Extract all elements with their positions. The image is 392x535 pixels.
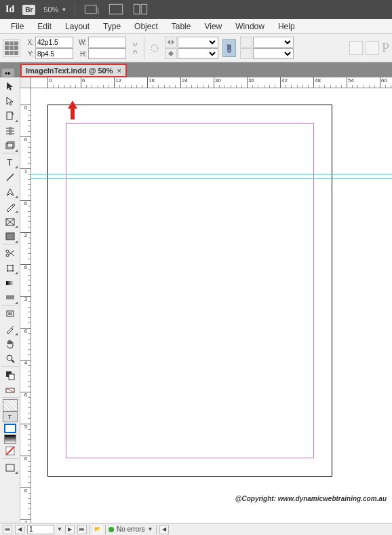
menu-view[interactable]: View (197, 20, 229, 33)
svg-rect-6 (7, 112, 12, 119)
zoom-tool[interactable] (1, 352, 19, 367)
expand-panels-icon[interactable]: ▸▸ (1, 68, 15, 77)
menu-help[interactable]: Help (271, 20, 302, 33)
wrap-icon[interactable] (366, 41, 379, 55)
menubar: File Edit Layout Type Object Table View … (0, 19, 392, 34)
eyedropper-tool[interactable] (1, 322, 19, 337)
gap-tool[interactable] (1, 124, 19, 139)
view-mode-icon[interactable] (1, 460, 19, 475)
fill-stroke-swap[interactable] (1, 368, 19, 383)
rectangle-tool[interactable] (1, 229, 19, 244)
constrain-proportions-icon[interactable] (130, 39, 140, 58)
svg-point-23 (12, 270, 14, 272)
note-tool[interactable] (1, 307, 19, 322)
preflight-status-icon[interactable] (109, 527, 114, 532)
menu-type[interactable]: Type (96, 20, 128, 33)
close-tab-icon[interactable]: × (117, 67, 121, 75)
flip-v-icon[interactable] (165, 48, 177, 59)
x-input[interactable] (35, 37, 73, 48)
apply-none-icon[interactable] (1, 444, 19, 459)
svg-line-10 (7, 174, 14, 181)
h-label: H: (77, 50, 87, 58)
bridge-badge[interactable]: Br (22, 5, 35, 15)
guide-line[interactable] (31, 178, 392, 179)
document-tab-label: ImageInText.indd @ 50% (26, 67, 113, 75)
paragraph-style-icon[interactable]: P (382, 40, 389, 56)
chevron-down-icon[interactable]: ▼ (148, 526, 153, 532)
canvas[interactable] (31, 88, 392, 523)
open-button[interactable]: 📂 (93, 525, 102, 534)
free-transform-tool[interactable] (1, 261, 19, 276)
formatting-container-icon[interactable] (3, 399, 18, 411)
reference-point-icon[interactable] (3, 39, 20, 57)
page-tool[interactable] (1, 109, 19, 124)
apply-gradient-icon[interactable] (4, 435, 16, 444)
zoom-level-dropdown[interactable]: 50% ▼ (43, 5, 66, 14)
flip-h-icon[interactable] (165, 37, 177, 48)
stroke-dropdown[interactable] (253, 37, 294, 48)
content-collector-tool[interactable] (1, 139, 19, 153)
svg-text:T: T (7, 157, 13, 168)
svg-point-21 (12, 265, 14, 266)
svg-point-15 (6, 250, 9, 253)
default-fill-stroke[interactable] (1, 383, 19, 398)
scale-y-dropdown[interactable] (178, 48, 218, 59)
arrange-documents-icon[interactable] (132, 3, 149, 16)
apply-color-icon[interactable] (4, 424, 16, 433)
h-input[interactable] (88, 48, 126, 59)
menu-edit[interactable]: Edit (31, 20, 58, 33)
ruler-tick: 36 (247, 77, 254, 88)
y-input[interactable] (35, 48, 73, 59)
ruler-tick: 42 (280, 77, 288, 88)
effects-icon[interactable] (349, 41, 363, 55)
svg-rect-19 (7, 265, 13, 271)
gradient-feather-tool[interactable] (1, 291, 19, 306)
scroll-left-button[interactable]: ◀ (159, 525, 169, 534)
scale-x-dropdown[interactable] (178, 37, 218, 48)
stroke-style-icon[interactable] (240, 48, 252, 59)
hand-tool[interactable] (1, 337, 19, 352)
page-number-input[interactable] (27, 525, 54, 534)
menu-window[interactable]: Window (229, 20, 271, 33)
svg-rect-24 (6, 281, 14, 285)
menu-file[interactable]: File (4, 20, 31, 33)
paperclip-icon[interactable] (222, 39, 236, 57)
pen-tool[interactable] (1, 185, 19, 200)
ruler-tick: 0 (47, 77, 52, 88)
rectangle-frame-tool[interactable] (1, 215, 19, 229)
menu-table[interactable]: Table (165, 20, 198, 33)
titlebar: Id Br 50% ▼ (0, 0, 392, 19)
stroke-weight-icon[interactable] (240, 37, 252, 48)
svg-rect-32 (9, 374, 14, 380)
chevron-down-icon[interactable]: ▼ (57, 526, 62, 532)
guide-line[interactable] (31, 174, 392, 174)
selection-tool[interactable] (1, 79, 19, 94)
next-page-button[interactable]: ▶ (65, 525, 75, 534)
formatting-text-icon[interactable]: T (3, 411, 18, 422)
gradient-swatch-tool[interactable] (1, 276, 19, 291)
x-label: X: (24, 39, 34, 46)
direct-selection-tool[interactable] (1, 94, 19, 109)
stroke-style-dropdown[interactable] (253, 48, 294, 59)
horizontal-ruler[interactable]: 06121824303642485460 (31, 77, 392, 88)
document-tab[interactable]: ImageInText.indd @ 50% × (20, 64, 127, 77)
ruler-tick: 60 (380, 77, 387, 88)
page[interactable] (47, 105, 332, 477)
ruler-tick: 18 (147, 77, 155, 88)
w-input[interactable] (88, 37, 126, 48)
line-tool[interactable] (1, 170, 19, 185)
copyright-text: @Copyright: www.dynamicwebtraining.com.a… (235, 495, 387, 502)
screen-mode-icon[interactable] (108, 3, 124, 16)
menu-object[interactable]: Object (128, 20, 165, 33)
view-options-icon[interactable] (83, 3, 100, 16)
first-page-button[interactable]: ⏮ (3, 525, 12, 534)
vertical-ruler[interactable]: 06162636465667 (20, 88, 31, 523)
pencil-tool[interactable] (1, 200, 19, 215)
prev-page-button[interactable]: ◀ (15, 525, 24, 534)
ruler-origin[interactable] (20, 77, 31, 88)
type-tool[interactable]: T (1, 155, 19, 170)
scissors-tool[interactable] (1, 246, 19, 261)
rotate-icon[interactable] (149, 42, 161, 54)
menu-layout[interactable]: Layout (58, 20, 96, 33)
last-page-button[interactable]: ⏭ (77, 525, 87, 534)
